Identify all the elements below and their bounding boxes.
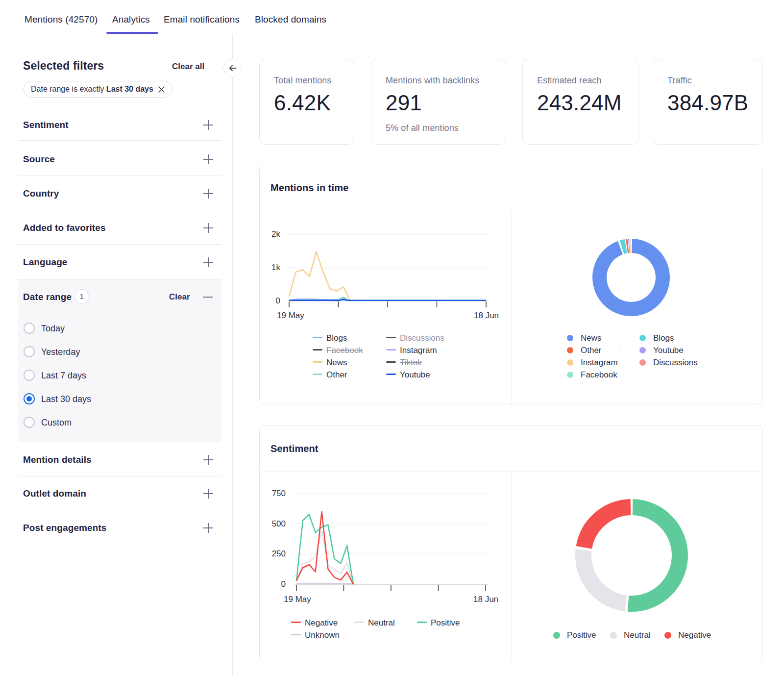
svg-text:500: 500 [272,519,286,528]
svg-text:18 Jun: 18 Jun [474,311,499,320]
svg-text:1k: 1k [271,263,280,272]
svg-text:18 Jun: 18 Jun [473,595,498,604]
svg-text:19 May: 19 May [277,311,304,320]
svg-text:0: 0 [281,579,286,589]
svg-text:0: 0 [276,296,280,305]
svg-text:750: 750 [272,489,286,498]
svg-text:250: 250 [272,549,286,558]
svg-text:19 May: 19 May [284,595,311,604]
svg-text:2k: 2k [271,229,280,239]
